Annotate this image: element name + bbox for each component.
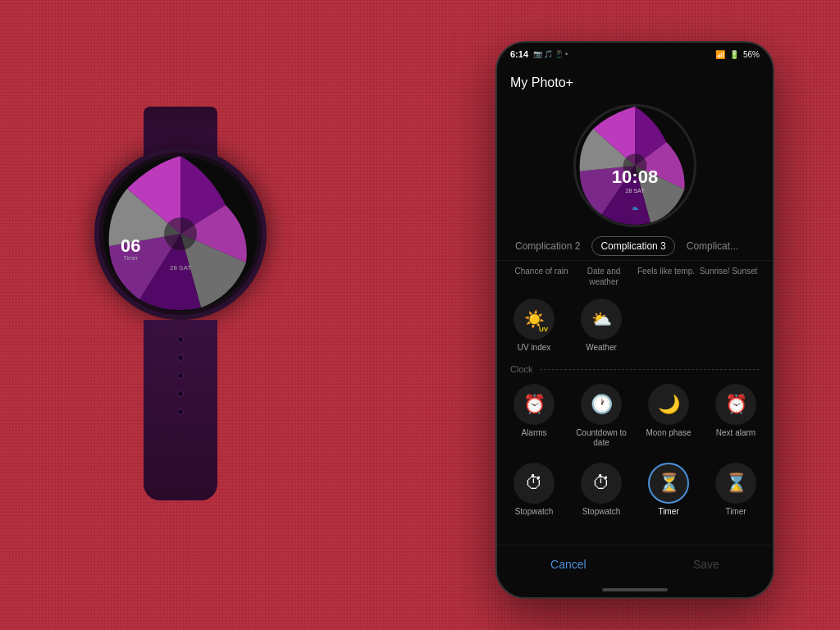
clock-row: ⏰ Alarms 🕐 Countdown to date 🌙 Moon phas… [504,377,766,453]
option-timer-1[interactable]: ⏳ Timer [638,456,699,522]
tab-complication-2[interactable]: Complication 2 [507,237,588,255]
option-stopwatch-2[interactable]: ⏱ Stopwatch [571,456,632,522]
app-title: My Photo+ [510,75,573,90]
option-empty-2 [705,292,766,358]
band-hole-1 [177,336,184,343]
watch-hour: 06 [121,237,140,255]
complication-tabs: Complication 2 Complication 3 Complicat.… [497,231,773,261]
preview-step-icon: 👟 [632,204,638,210]
tab-complication-3[interactable]: Complication 3 [591,236,674,256]
countdown-label: Countdown to date [574,428,628,448]
uv-index-label: UV index [518,343,551,353]
option-countdown[interactable]: 🕐 Countdown to date [571,377,632,453]
wifi-icon: 📶 [715,50,725,59]
clock-section-label: Clock [510,364,533,374]
option-header-3: Feels like temp. [635,266,697,287]
cancel-button[interactable]: Cancel [531,551,606,578]
preview-time-date: 28 SAT [612,188,658,194]
stopwatch-2-icon: ⏱ [581,463,622,504]
band-hole-5 [177,409,184,415]
preview-time-main: 10:08 [612,167,658,188]
phone-screen: 6:14 📷 🎵 📱 • 📶 🔋 56% My Photo+ [497,43,773,597]
weather-row: ☀️ UV UV index ⛅ Weather [504,292,766,358]
watch-preview-area: 10:08 28 SAT 👟 [497,100,773,231]
timer-2-icon: ⌛ [715,463,756,504]
option-moon-phase[interactable]: 🌙 Moon phase [638,377,699,453]
watch-time: 28 SAT [170,264,191,272]
option-alarms[interactable]: ⏰ Alarms [504,377,564,453]
save-button[interactable]: Save [673,551,739,578]
option-next-alarm[interactable]: ⏰ Next alarm [705,377,766,453]
watch-dial: 06 Timer 28 SAT [103,156,258,312]
option-header-2: Date and weather [573,266,635,287]
status-bar: 6:14 📷 🎵 📱 • 📶 🔋 56% [497,43,773,66]
battery-icon: 🔋 [729,50,739,59]
band-hole-4 [177,390,184,397]
app-header: My Photo+ [497,66,773,100]
clock-divider: Clock [504,361,766,377]
timer-1-label: Timer [658,507,678,517]
band-holes [144,320,217,415]
phone-device: 6:14 📷 🎵 📱 • 📶 🔋 56% My Photo+ [495,41,774,599]
band-hole-3 [177,372,184,379]
countdown-icon: 🕐 [581,384,622,425]
weather-icon: ⛅ [581,299,622,340]
home-bar [602,588,668,591]
watch-band-bottom [144,320,217,500]
watch-body: 06 Timer 28 SAT [94,148,267,320]
battery-percent: 56% [743,50,760,59]
option-timer-2[interactable]: ⌛ Timer [705,456,766,522]
option-empty-1 [638,292,699,358]
timer-2-label: Timer [725,507,746,517]
uv-index-icon: ☀️ UV [514,299,555,340]
next-alarm-label: Next alarm [716,428,756,438]
options-header: Chance of rain Date and weather Feels li… [497,261,773,292]
tab-complication-4[interactable]: Complicat... [678,237,746,255]
watch-preview-time: 10:08 28 SAT [612,167,658,194]
option-header-4: Sunrise/ Sunset [697,266,760,287]
watch-preview-circle: 10:08 28 SAT 👟 [573,104,696,227]
option-uv-index[interactable]: ☀️ UV UV index [504,292,564,358]
bottom-bar: Cancel Save [497,545,773,582]
status-left: 6:14 📷 🎵 📱 • [510,49,568,59]
next-alarm-icon: ⏰ [715,384,756,425]
svg-point-2 [164,217,197,250]
moon-phase-icon: 🌙 [648,384,689,425]
alarms-icon: ⏰ [514,384,555,425]
stopwatch-1-label: Stopwatch [515,507,554,517]
timer-1-icon: ⏳ [648,463,689,504]
stopwatch-1-icon: ⏱ [514,463,555,504]
status-right: 📶 🔋 56% [715,50,760,59]
option-weather[interactable]: ⛅ Weather [571,292,632,358]
moon-phase-label: Moon phase [646,428,691,438]
watch-info-left: 06 Timer [121,237,140,261]
option-header-1: Chance of rain [510,266,573,287]
watch-timer-label: Timer [121,255,140,261]
timer-row: ⏱ Stopwatch ⏱ Stopwatch ⏳ Timer [504,456,766,522]
watch-date: 28 SAT [170,264,191,272]
divider-line [540,369,760,370]
weather-label: Weather [586,343,617,353]
alarms-label: Alarms [521,428,546,438]
options-scroll[interactable]: ☀️ UV UV index ⛅ Weather Clock [497,292,773,545]
option-stopwatch-1[interactable]: ⏱ Stopwatch [504,456,564,522]
watch-device: 06 Timer 28 SAT [49,98,312,574]
band-hole-2 [177,354,184,361]
status-app-icons: 📷 🎵 📱 • [533,50,568,58]
status-time: 6:14 [510,49,528,59]
watch-face: 06 Timer 28 SAT [103,156,258,312]
stopwatch-2-label: Stopwatch [582,507,621,517]
home-indicator [497,582,773,597]
